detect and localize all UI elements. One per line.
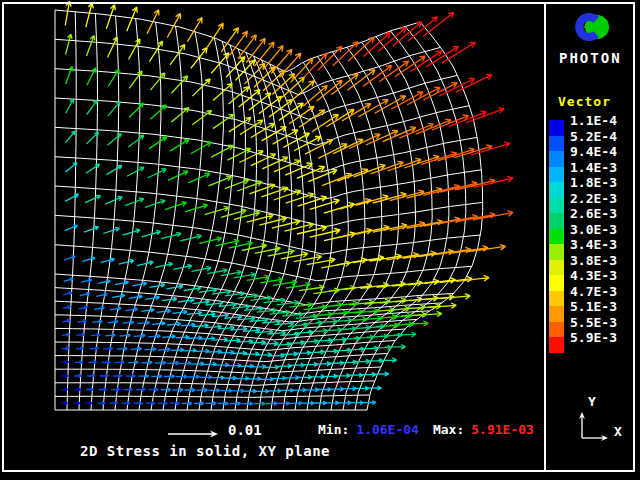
legend-panel: PHOTON Vector 1.1E-45.2E-49.4E-41.4E-31.…: [544, 4, 637, 470]
min-label: Min:: [318, 422, 349, 437]
brand-name: PHOTON: [559, 50, 622, 66]
legend-value: 1.4E-3: [570, 160, 617, 176]
legend-swatch: [549, 306, 564, 322]
legend-value: 4.7E-3: [570, 284, 617, 300]
legend-swatch: [549, 291, 564, 307]
scale-arrow-icon: [166, 425, 222, 437]
legend-swatch: [549, 244, 564, 260]
photon-viewport: 0.01 Min:1.06E-04Max:5.91E-03 2D Stress …: [0, 0, 640, 480]
min-value: 1.06E-04: [356, 422, 419, 437]
legend-value: 5.1E-3: [570, 299, 617, 315]
legend-value: 1.1E-4: [570, 113, 617, 129]
legend-value: 4.3E-3: [570, 268, 617, 284]
legend-swatch: [549, 120, 564, 136]
legend-value: 5.9E-3: [570, 330, 617, 346]
axis-y-label: Y: [588, 394, 596, 409]
scale-reference: 0.01: [166, 422, 262, 438]
axis-x-label: X: [614, 424, 622, 439]
legend-value: 3.0E-3: [570, 222, 617, 238]
max-value: 5.91E-03: [471, 422, 534, 437]
legend-value: 2.6E-3: [570, 206, 617, 222]
legend-swatch: [549, 198, 564, 214]
scale-value: 0.01: [228, 422, 262, 438]
legend-swatch: [549, 182, 564, 198]
legend-swatch: [549, 337, 564, 353]
legend-value: 5.2E-4: [570, 129, 617, 145]
legend-row: 5.9E-3: [549, 337, 617, 353]
legend-swatch: [549, 322, 564, 338]
legend-swatch: [549, 167, 564, 183]
max-label: Max:: [433, 422, 464, 437]
plot-title: 2D Stress in solid, XY plane: [80, 443, 330, 459]
legend-title: Vector: [558, 94, 611, 109]
legend-value: 2.2E-3: [570, 191, 617, 207]
legend-swatch: [549, 229, 564, 245]
axis-triad: Y X: [570, 392, 634, 456]
legend-swatch: [549, 275, 564, 291]
legend-value: 3.8E-3: [570, 253, 617, 269]
legend-value: 5.5E-3: [570, 315, 617, 331]
legend-value: 1.8E-3: [570, 175, 617, 191]
legend-scale: 1.1E-45.2E-49.4E-41.4E-31.8E-32.2E-32.6E…: [549, 120, 617, 353]
photon-logo-icon: [572, 8, 612, 46]
legend-value: 9.4E-4: [570, 144, 617, 160]
legend-value: 3.4E-3: [570, 237, 617, 253]
legend-swatch: [549, 151, 564, 167]
minmax-readout: Min:1.06E-04Max:5.91E-03: [318, 422, 534, 437]
legend-swatch: [549, 260, 564, 276]
legend-swatch: [549, 136, 564, 152]
legend-swatch: [549, 213, 564, 229]
plot-frame: [2, 2, 635, 472]
